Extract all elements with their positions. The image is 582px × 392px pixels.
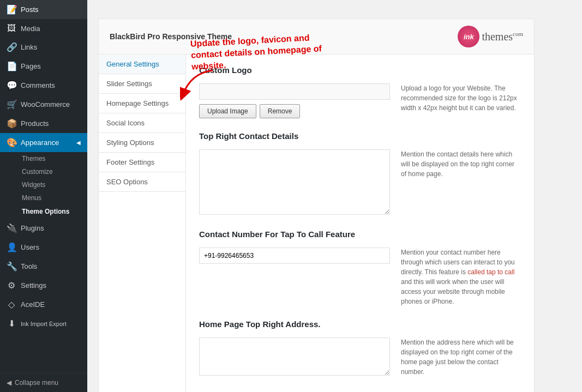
tools-icon: 🔧 <box>7 261 16 272</box>
theme-options-wrapper: BlackBird Pro Responsive Theme ink theme… <box>98 19 535 392</box>
submenu-theme-options-label: Theme Options <box>16 204 87 219</box>
inkthemes-logo: ink themescom <box>458 26 523 47</box>
plugins-icon: 🔌 <box>7 223 16 233</box>
contact-number-input[interactable] <box>199 248 390 264</box>
custom-logo-row: Upload Image Remove Upload a logo for yo… <box>199 83 521 118</box>
nav-slider-settings[interactable]: Slider Settings <box>99 74 185 94</box>
submenu-customize[interactable]: Customize <box>16 165 87 178</box>
ink-import-export-icon: ⬇ <box>7 318 16 329</box>
contact-number-left <box>199 248 390 306</box>
theme-settings-content: Custom Logo Upload Image Remove Up <box>186 55 534 392</box>
sidebar-item-pages[interactable]: 📄 Pages <box>0 57 87 76</box>
submenu-widgets[interactable]: Widgets <box>16 178 87 191</box>
logo-circle: ink <box>458 26 479 47</box>
nav-general-settings[interactable]: General Settings <box>99 55 185 74</box>
contact-number-row: Mention your contact number here through… <box>199 248 521 306</box>
appearance-icon: 🎨 <box>7 137 16 148</box>
top-right-contact-title: Top Right Contact Details <box>199 131 521 141</box>
aceide-icon: ◇ <box>7 299 16 310</box>
theme-body: General Settings Slider Settings Homepag… <box>99 55 534 392</box>
sidebar-item-links[interactable]: 🔗 Links <box>0 38 87 57</box>
remove-image-button[interactable]: Remove <box>260 104 301 118</box>
sidebar-item-comments[interactable]: 💬 Comments <box>0 76 87 95</box>
home-page-address-description: Mention the address here which will be d… <box>401 337 521 377</box>
nav-footer-settings[interactable]: Footer Settings <box>99 153 185 172</box>
settings-icon: ⚙ <box>7 280 16 291</box>
collapse-icon: ◀ <box>7 379 11 387</box>
sidebar-item-woocommerce[interactable]: 🛒 WooCommerce <box>0 95 87 114</box>
top-right-contact-textarea[interactable] <box>199 149 390 215</box>
comments-icon: 💬 <box>7 80 16 91</box>
upload-image-button[interactable]: Upload Image <box>199 104 256 118</box>
custom-logo-left: Upload Image Remove <box>199 83 390 118</box>
theme-nav: General Settings Slider Settings Homepag… <box>99 55 186 392</box>
top-right-contact-left <box>199 149 390 216</box>
nav-homepage-settings[interactable]: Homepage Settings <box>99 94 185 113</box>
sidebar-item-users[interactable]: 👤 Users <box>0 238 87 257</box>
contact-number-description: Mention your contact number here through… <box>401 248 521 306</box>
home-page-address-textarea[interactable] <box>199 337 390 376</box>
custom-logo-description: Upload a logo for your Website. The reco… <box>401 83 521 118</box>
home-page-address-row: Mention the address here which will be d… <box>199 337 521 377</box>
home-page-address-title: Home Page Top Right Address. <box>199 319 521 329</box>
sidebar-item-settings[interactable]: ⚙ Settings <box>0 276 87 295</box>
pages-icon: 📄 <box>7 61 16 71</box>
media-icon: 🖼 <box>7 23 16 33</box>
theme-header: BlackBird Pro Responsive Theme ink theme… <box>99 19 534 55</box>
logo-url-input[interactable] <box>199 83 390 100</box>
users-icon: 👤 <box>7 242 16 252</box>
theme-name: BlackBird Pro Responsive Theme <box>110 32 232 41</box>
top-right-contact-row: Mention the contact details here which w… <box>199 149 521 216</box>
sidebar-item-appearance[interactable]: 🎨 Appearance ◀ <box>0 133 87 152</box>
submenu-menus[interactable]: Menus <box>16 191 87 204</box>
appearance-submenu: Themes Customize Widgets Menus Theme Opt… <box>0 152 87 219</box>
nav-social-icons[interactable]: Social Icons <box>99 113 185 133</box>
links-icon: 🔗 <box>7 42 16 52</box>
top-right-contact-description: Mention the contact details here which w… <box>401 149 521 216</box>
sidebar-item-posts[interactable]: 📝 Posts <box>0 0 87 19</box>
sidebar-item-plugins[interactable]: 🔌 Plugins <box>0 219 87 238</box>
sidebar: 📝 Posts 🖼 Media 🔗 Links 📄 Pages 💬 Commen… <box>0 0 87 392</box>
appearance-arrow: ◀ <box>76 140 81 146</box>
sidebar-item-media[interactable]: 🖼 Media <box>0 19 87 38</box>
custom-logo-title: Custom Logo <box>199 65 521 75</box>
nav-seo-options[interactable]: SEO Options <box>99 172 185 192</box>
submenu-themes[interactable]: Themes <box>16 152 87 165</box>
woocommerce-icon: 🛒 <box>7 99 16 110</box>
logo-btn-group: Upload Image Remove <box>199 104 390 118</box>
collapse-menu-button[interactable]: ◀ Collapse menu <box>0 373 87 392</box>
posts-icon: 📝 <box>7 4 16 15</box>
nav-styling-options[interactable]: Styling Options <box>99 133 185 153</box>
tap-to-call-link: called tap to call <box>467 268 514 276</box>
contact-number-title: Contact Number For Tap To Call Feature <box>199 230 521 239</box>
home-page-address-left <box>199 337 390 377</box>
sidebar-item-tools[interactable]: 🔧 Tools <box>0 257 87 276</box>
sidebar-item-aceide[interactable]: ◇ AceIDE <box>0 295 87 314</box>
sidebar-item-ink-import-export[interactable]: ⬇ Ink Import Export <box>0 314 87 333</box>
logo-input-wrapper: Upload Image Remove <box>199 83 390 118</box>
logo-text: themescom <box>482 31 523 43</box>
products-icon: 📦 <box>7 118 16 129</box>
main-content: Update the logo, favicon and contact det… <box>87 0 582 392</box>
sidebar-item-products[interactable]: 📦 Products <box>0 114 87 133</box>
